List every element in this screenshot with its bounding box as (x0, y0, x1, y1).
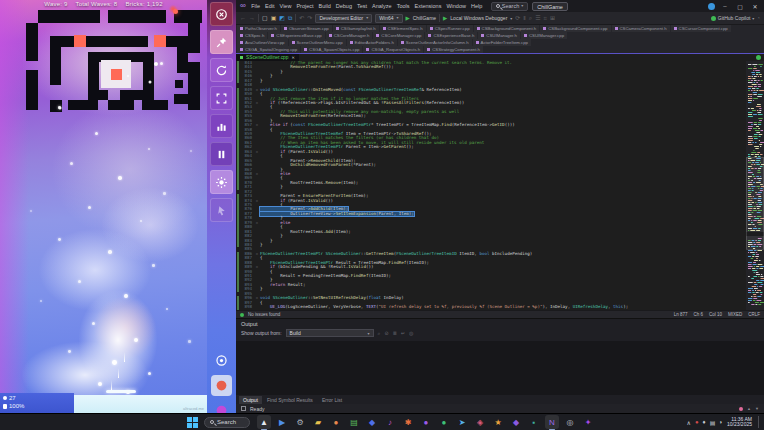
app-icon[interactable]: ▲ (257, 415, 271, 429)
taskbar-search[interactable]: Search (204, 417, 250, 428)
column-indicator[interactable]: Col 10 (709, 312, 722, 317)
app-icon[interactable]: ▤ (347, 415, 361, 429)
show-desktop-button[interactable] (758, 416, 760, 428)
record-button[interactable] (211, 375, 232, 396)
menu-build[interactable]: Build (316, 3, 333, 9)
cursor-button[interactable] (210, 198, 233, 222)
menu-help[interactable]: Help (468, 3, 484, 9)
app-icon[interactable]: ◆ (365, 415, 379, 429)
menu-project[interactable]: Project (294, 3, 316, 9)
redo-icon[interactable]: ↷ (307, 14, 312, 23)
app-icon[interactable]: ● (437, 415, 451, 429)
undo-icon[interactable]: ↶ (299, 14, 304, 23)
document-tab[interactable]: CSGA_SpawnObjects.cpp (301, 46, 362, 53)
brightness-button[interactable] (210, 170, 233, 194)
navigate-forward-icon[interactable]: → (249, 14, 255, 23)
app-icon[interactable]: ◎ (563, 415, 577, 429)
close-tab-icon[interactable]: ✕ (291, 55, 294, 60)
save-all-icon[interactable]: ⧉ (288, 14, 292, 23)
output-find-icon[interactable]: ⌕ (378, 330, 381, 337)
app-icon[interactable]: ➤ (455, 415, 469, 429)
minimap-scrollbar[interactable] (746, 61, 764, 310)
document-tab[interactable]: CSUIManager.h (478, 32, 520, 39)
feedback-icon[interactable]: ◔ (756, 14, 760, 23)
notification-icon[interactable] (739, 407, 743, 411)
document-tab[interactable]: ActorFolderTreeItem.cpp (473, 39, 531, 46)
minimize-button[interactable]: – (720, 3, 730, 9)
document-tab[interactable]: ObserverStream.cpp (281, 25, 332, 32)
eol-indicator[interactable]: CRLF (748, 312, 760, 317)
output-scroll-lock-icon[interactable]: ↵ (401, 330, 405, 336)
maximize-button[interactable]: ▢ (735, 3, 745, 10)
tray-mic-icon[interactable]: ♦ (703, 419, 706, 425)
tray-network-icon[interactable]: ▤ (710, 419, 716, 426)
document-tab[interactable]: SceneOutlinerMenu.cpp (289, 39, 346, 46)
expand-button[interactable] (210, 86, 233, 110)
step-over-icon[interactable]: ⟳ (515, 14, 520, 23)
run-target-label[interactable]: ChillGame (413, 15, 436, 21)
scroll-up-icon[interactable]: ▲ (747, 406, 751, 411)
close-button[interactable] (210, 2, 233, 26)
refresh-button[interactable] (210, 58, 233, 82)
solution-badge[interactable]: ChillGame (532, 2, 568, 11)
new-file-icon[interactable]: ▢ (262, 14, 268, 23)
app-icon[interactable]: ▰ (311, 415, 325, 429)
menu-view[interactable]: View (277, 3, 294, 9)
document-tab[interactable]: CSSpec.h (237, 32, 267, 39)
menu-debug[interactable]: Debug (333, 3, 354, 9)
code-line[interactable]: 898 UE_LOG(LogSceneOutliner, VeryVerbose… (236, 305, 746, 309)
document-tab[interactable]: CSUIManager.cpp (521, 32, 567, 39)
menu-tools[interactable]: Tools (394, 3, 412, 9)
document-tab[interactable]: CSElementSpec.h (380, 25, 426, 32)
debug-start-icon[interactable]: ▶ (443, 15, 447, 21)
output-source-dropdown[interactable]: Build▾ (286, 329, 374, 337)
line-indicator[interactable]: Ln 877 (674, 312, 688, 317)
bookmark-icon[interactable]: ⌗ (544, 14, 547, 23)
document-tab[interactable]: CSGA_SpatialOngoing.cpp (237, 46, 300, 53)
app-icon[interactable]: N (545, 415, 559, 429)
app-icon[interactable]: ♪ (383, 415, 397, 429)
document-tab[interactable]: CSExperienceBase.h (425, 32, 477, 39)
panel-tab-output[interactable]: Output (239, 396, 262, 404)
char-indicator[interactable]: Ch 6 (693, 312, 703, 317)
active-document-tab[interactable]: SSceneOutliner.cpp ✕ (236, 54, 299, 61)
document-tab[interactable]: CSCursorComponent.cpp (671, 25, 731, 32)
open-folder-icon[interactable]: ▣ (271, 14, 277, 23)
run-icon[interactable]: ▶ (406, 15, 410, 21)
pin-button[interactable] (210, 30, 233, 54)
document-tab[interactable]: AvaOutlinerView.cpp (237, 39, 288, 46)
menu-window[interactable]: Window (444, 3, 469, 9)
menu-edit[interactable]: Edit (263, 3, 277, 9)
document-tab[interactable]: SceneOutlinerActorInfoColumn.h (398, 39, 472, 46)
document-tab[interactable]: CSCoreManager.h (326, 32, 373, 39)
tray-volume-icon[interactable]: ◗ (719, 419, 723, 425)
output-wrap-icon[interactable]: ≣ (393, 330, 397, 336)
output-content[interactable] (236, 341, 764, 395)
panel-tab-find-symbol-results[interactable]: Find Symbol Results (263, 396, 317, 404)
scroll-down-icon[interactable]: ▼ (755, 406, 759, 411)
save-icon[interactable]: ◩ (279, 14, 285, 23)
document-tab[interactable]: PathsObserver.h (237, 25, 280, 32)
tray-record-icon[interactable]: ● (695, 419, 699, 425)
app-icon[interactable]: ● (419, 415, 433, 429)
navigate-back-icon[interactable]: ← (240, 14, 246, 23)
taskbar-clock[interactable]: 11:36 AM 10/23/2025 (727, 417, 752, 428)
document-tab[interactable]: CSCameraComponent.h (612, 25, 670, 32)
document-tab[interactable]: CSBackgroundComponent.cpp (540, 25, 610, 32)
document-tab[interactable]: CSGA_RequestObjects.h (363, 46, 423, 53)
lens-button[interactable] (211, 350, 232, 371)
copilot-label[interactable]: GitHub Copilot (718, 15, 751, 21)
platform-dropdown[interactable]: Win64▾ (375, 14, 402, 23)
app-icon[interactable]: ▶ (275, 415, 289, 429)
output-clear-icon[interactable]: ⊘ (384, 330, 388, 336)
configuration-dropdown[interactable]: Development Editor▾ (315, 14, 372, 23)
pause-button[interactable] (210, 142, 233, 166)
app-icon[interactable]: ★ (491, 415, 505, 429)
menu-test[interactable]: Test (354, 3, 369, 9)
search-box[interactable]: Search ▾ (491, 2, 528, 11)
document-tab[interactable]: EditorActorFolders.h (347, 39, 397, 46)
start-button[interactable] (186, 416, 199, 429)
menu-extensions[interactable]: Extensions (412, 3, 444, 9)
output-pin-icon[interactable]: ◎ (409, 330, 413, 336)
app-icon[interactable]: ◆ (509, 415, 523, 429)
